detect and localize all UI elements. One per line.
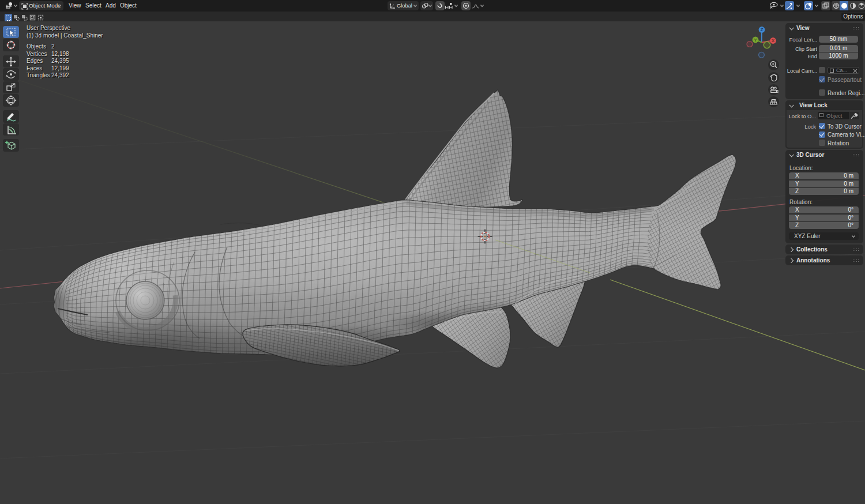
svg-text:Z: Z <box>761 27 764 32</box>
svg-text:Y: Y <box>754 37 757 43</box>
svg-text:X: X <box>772 38 774 43</box>
